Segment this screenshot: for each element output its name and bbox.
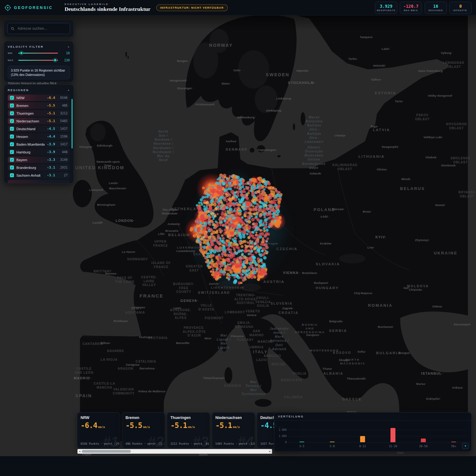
region-count: 1437 xyxy=(58,127,68,130)
x-tick-label: 12-20 xyxy=(389,445,397,448)
region-row[interactable]: ✓Bayern-3.33149 xyxy=(8,156,70,163)
card-region-name: Bremen xyxy=(126,416,161,420)
stat-label: REGIONEN xyxy=(429,9,443,11)
eyebrow-label: EXECUTIVE LAGEBILD xyxy=(64,3,150,6)
region-checkbox[interactable]: ✓ xyxy=(10,111,14,115)
bar-12-20[interactable] xyxy=(390,428,395,442)
search-box[interactable] xyxy=(7,23,70,34)
region-checkbox[interactable]: ✓ xyxy=(10,142,14,146)
region-checkbox[interactable]: ✓ xyxy=(10,104,14,108)
min-slider-row: MIN 10 xyxy=(8,51,70,55)
region-name: Thueringen xyxy=(16,112,45,115)
card-unit: mm/a xyxy=(188,425,195,429)
x-tick-label: 8-12 xyxy=(359,445,366,448)
regions-panel: REGIONEN ▲ ✓NRW-6.46546✓Bremen-5.5486✓Th… xyxy=(4,84,74,183)
brand-name: GEOFORENSIC xyxy=(14,6,53,10)
y-tick-label: 0 xyxy=(277,441,287,444)
min-slider-thumb[interactable] xyxy=(20,51,23,55)
region-count: 3149 xyxy=(58,158,68,161)
region-card[interactable]: Niedersachsen-5.1mm/a5485 Punkte · worst… xyxy=(212,412,255,448)
region-count: 27 xyxy=(58,174,68,177)
chart-collapse-button[interactable]: ▼ xyxy=(462,443,469,449)
region-checkbox[interactable]: ✓ xyxy=(10,127,14,131)
max-slider-track[interactable] xyxy=(18,60,58,61)
collapse-up-icon[interactable]: ▲ xyxy=(67,89,70,91)
region-row[interactable]: ✓Thueringen-5.13212 xyxy=(8,110,70,117)
filter-info-box: 3.929 Punkte in 16 Regionen sichtbar (13… xyxy=(8,66,70,79)
region-card[interactable]: Bremen-5.5mm/a486 Punkte · worst -22.1#2 xyxy=(122,412,165,448)
region-checkbox[interactable]: ✓ xyxy=(10,119,14,123)
stat-value: 3.929 xyxy=(380,4,393,9)
stat-label: MESSPUNKTE xyxy=(377,9,395,11)
chart-title: VERTEILUNG xyxy=(278,415,304,418)
brand: GEOFORENSIC xyxy=(4,4,53,11)
cards-scrollbar-thumb[interactable] xyxy=(82,450,131,453)
region-card[interactable]: NRW-6.4mm/a6546 Punkte · worst -29.7#1 xyxy=(77,412,120,448)
region-checkbox[interactable]: ✓ xyxy=(10,165,14,170)
region-row[interactable]: ✓Baden-Wuerttemberg-3.91417 xyxy=(8,141,70,148)
region-value: -4.4 xyxy=(47,134,55,139)
card-rank-watermark: #1 xyxy=(103,433,119,448)
region-row[interactable]: ✓Hessen-4.41596 xyxy=(8,133,70,140)
region-row[interactable]: ✓Sachsen-Anhalt-3.127 xyxy=(8,172,70,178)
gridline xyxy=(288,430,467,430)
regions-title: REGIONEN xyxy=(8,88,29,92)
card-value: -5.5mm/a xyxy=(126,421,161,430)
region-row[interactable]: ✓Deutschland-4.51437 xyxy=(8,126,70,132)
stat-value: 0 xyxy=(459,4,462,9)
bar-50+[interactable] xyxy=(451,442,456,442)
cards-scrollbar[interactable]: ◂ ▸ xyxy=(77,449,272,454)
region-row[interactable]: ✓Brandenburg-3.12031 xyxy=(8,164,70,171)
collapse-up-icon[interactable]: ▲ xyxy=(67,45,70,48)
region-name: Niedersachsen xyxy=(16,119,45,123)
region-checkbox[interactable]: ✓ xyxy=(10,158,14,162)
region-row[interactable]: ✓Niedersachsen-5.15485 xyxy=(8,118,70,124)
region-value: -3.9 xyxy=(47,142,55,146)
region-name: Sachsen-Anhalt xyxy=(16,174,45,177)
velocity-filter-panel: VELOCITY FILTER ▲ MIN 10 MAX 130 3.929 P… xyxy=(4,41,74,82)
region-card[interactable]: Thueringen-5.1mm/a3212 Punkte · worst -8… xyxy=(167,412,210,448)
card-rank-watermark: #2 xyxy=(148,433,164,448)
region-row[interactable]: ✓NRW-6.46546 xyxy=(8,95,70,101)
card-value: -5.1mm/a xyxy=(215,421,251,430)
stat-label: MAX MM/A xyxy=(404,9,418,11)
distribution-chart: 2.0001.00003-55-88-1212-2020-5050+ xyxy=(277,422,468,450)
max-slider-thumb[interactable] xyxy=(54,59,57,62)
bar-5-8[interactable] xyxy=(330,442,335,442)
region-checkbox[interactable]: ✓ xyxy=(10,173,14,177)
stat-box: 0INFRASTR. xyxy=(449,2,472,14)
scroll-right-arrow-icon[interactable]: ▸ xyxy=(268,449,272,454)
stat-value: -120.7 xyxy=(403,4,419,9)
header-stats: 3.929MESSPUNKTE-120.7MAX MM/A16REGIONEN0… xyxy=(375,2,472,14)
bar-3-5[interactable] xyxy=(299,442,304,442)
region-count: 448 xyxy=(58,150,68,154)
region-count: 6546 xyxy=(58,96,68,99)
region-row[interactable] xyxy=(8,180,70,183)
regions-scrollbar-thumb[interactable] xyxy=(72,99,73,148)
region-name: Brandenburg xyxy=(16,166,45,170)
card-unit: mm/a xyxy=(98,425,105,429)
region-name: Hessen xyxy=(16,135,45,139)
region-checkbox[interactable]: ✓ xyxy=(10,150,14,154)
card-rank-watermark: #4 xyxy=(238,433,253,448)
region-value: -6.4 xyxy=(47,96,55,100)
region-row[interactable]: ✓Bremen-5.5486 xyxy=(8,102,70,109)
stat-box: -120.7MAX MM/A xyxy=(400,2,422,14)
card-region-name: Niedersachsen xyxy=(215,416,251,420)
region-checkbox[interactable]: ✓ xyxy=(10,96,14,100)
max-label: MAX xyxy=(8,59,16,62)
scroll-left-arrow-icon[interactable]: ◂ xyxy=(77,449,82,454)
card-value: -5.1mm/a xyxy=(170,421,206,430)
address-search-input[interactable] xyxy=(17,26,67,31)
region-value: -3.3 xyxy=(47,158,55,162)
region-count: 1417 xyxy=(58,143,68,146)
title-block: EXECUTIVE LAGEBILD Deutschlands sinkende… xyxy=(64,3,150,12)
min-value: 10 xyxy=(60,51,70,55)
bar-8-12[interactable] xyxy=(360,436,365,442)
region-name: Hamburg xyxy=(16,150,45,154)
region-row[interactable]: ✓Hamburg-3.9448 xyxy=(8,149,70,155)
card-value: -6.4mm/a xyxy=(81,421,117,430)
min-slider-track[interactable] xyxy=(18,53,58,54)
bar-20-50[interactable] xyxy=(421,439,426,442)
region-checkbox[interactable]: ✓ xyxy=(10,134,14,139)
